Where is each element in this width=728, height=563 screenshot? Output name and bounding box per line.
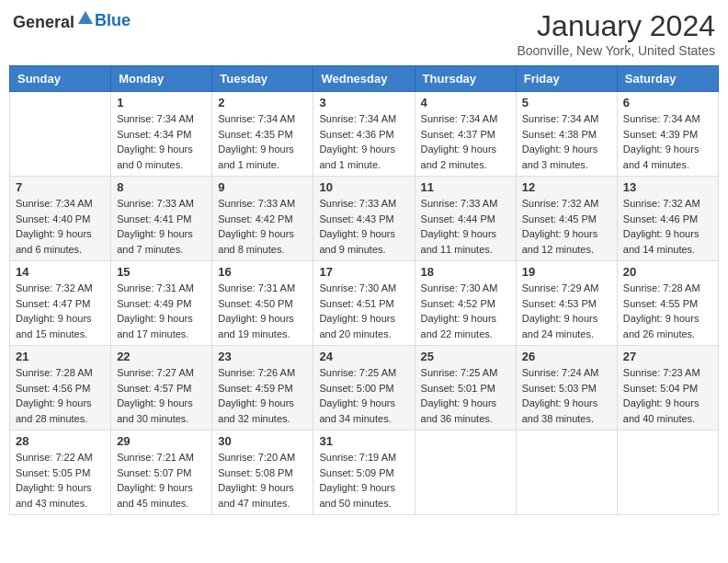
day-info: Sunrise: 7:34 AMSunset: 4:39 PMDaylight:… [623, 111, 712, 172]
calendar-week-row: 14Sunrise: 7:32 AMSunset: 4:47 PMDayligh… [10, 261, 719, 346]
calendar-cell: 4Sunrise: 7:34 AMSunset: 4:37 PMDaylight… [415, 92, 516, 177]
day-info: Sunrise: 7:33 AMSunset: 4:41 PMDaylight:… [117, 196, 206, 257]
calendar-cell: 27Sunrise: 7:23 AMSunset: 5:04 PMDayligh… [617, 346, 718, 431]
day-info: Sunrise: 7:33 AMSunset: 4:44 PMDaylight:… [421, 196, 510, 257]
day-number: 6 [623, 96, 712, 109]
calendar-cell: 25Sunrise: 7:25 AMSunset: 5:01 PMDayligh… [415, 346, 516, 431]
calendar-cell: 11Sunrise: 7:33 AMSunset: 4:44 PMDayligh… [415, 177, 516, 261]
day-info: Sunrise: 7:33 AMSunset: 4:42 PMDaylight:… [218, 196, 307, 257]
day-info: Sunrise: 7:22 AMSunset: 5:05 PMDaylight:… [16, 450, 105, 511]
calendar-cell: 31Sunrise: 7:19 AMSunset: 5:09 PMDayligh… [313, 431, 415, 515]
calendar-cell: 8Sunrise: 7:33 AMSunset: 4:41 PMDaylight… [111, 177, 212, 261]
day-number: 18 [421, 265, 510, 279]
calendar-header-row: SundayMondayTuesdayWednesdayThursdayFrid… [10, 66, 719, 92]
day-info: Sunrise: 7:30 AMSunset: 4:52 PMDaylight:… [421, 281, 510, 341]
logo: General Blue [13, 9, 131, 32]
calendar-cell: 16Sunrise: 7:31 AMSunset: 4:50 PMDayligh… [212, 261, 313, 346]
calendar-cell: 30Sunrise: 7:20 AMSunset: 5:08 PMDayligh… [212, 431, 313, 515]
day-number: 26 [522, 350, 611, 363]
day-info: Sunrise: 7:32 AMSunset: 4:47 PMDaylight:… [16, 281, 105, 341]
calendar-cell: 19Sunrise: 7:29 AMSunset: 4:53 PMDayligh… [516, 261, 617, 346]
day-info: Sunrise: 7:26 AMSunset: 4:59 PMDaylight:… [218, 365, 307, 426]
day-number: 9 [218, 180, 307, 194]
day-number: 8 [117, 180, 206, 194]
calendar-cell [617, 431, 718, 515]
calendar-table: SundayMondayTuesdayWednesdayThursdayFrid… [9, 65, 719, 515]
day-info: Sunrise: 7:33 AMSunset: 4:43 PMDaylight:… [319, 196, 408, 257]
calendar-cell: 12Sunrise: 7:32 AMSunset: 4:45 PMDayligh… [516, 177, 617, 261]
calendar-cell: 29Sunrise: 7:21 AMSunset: 5:07 PMDayligh… [111, 431, 212, 515]
day-info: Sunrise: 7:34 AMSunset: 4:40 PMDaylight:… [16, 196, 105, 257]
calendar-cell: 22Sunrise: 7:27 AMSunset: 4:57 PMDayligh… [111, 346, 212, 431]
day-number: 12 [522, 180, 611, 194]
day-info: Sunrise: 7:30 AMSunset: 4:51 PMDaylight:… [319, 281, 408, 341]
day-info: Sunrise: 7:31 AMSunset: 4:50 PMDaylight:… [218, 281, 307, 341]
day-info: Sunrise: 7:19 AMSunset: 5:09 PMDaylight:… [319, 450, 408, 511]
calendar-cell: 2Sunrise: 7:34 AMSunset: 4:35 PMDaylight… [212, 92, 313, 177]
day-number: 27 [623, 350, 712, 363]
calendar-cell: 6Sunrise: 7:34 AMSunset: 4:39 PMDaylight… [617, 92, 718, 177]
day-info: Sunrise: 7:25 AMSunset: 5:01 PMDaylight:… [421, 365, 510, 426]
title-area: January 2024 Boonville, New York, United… [517, 9, 715, 58]
calendar-cell: 23Sunrise: 7:26 AMSunset: 4:59 PMDayligh… [212, 346, 313, 431]
day-info: Sunrise: 7:20 AMSunset: 5:08 PMDaylight:… [218, 450, 307, 511]
calendar-cell: 14Sunrise: 7:32 AMSunset: 4:47 PMDayligh… [10, 261, 111, 346]
location: Boonville, New York, United States [517, 43, 715, 58]
day-info: Sunrise: 7:34 AMSunset: 4:37 PMDaylight:… [421, 111, 510, 172]
calendar-cell: 1Sunrise: 7:34 AMSunset: 4:34 PMDaylight… [111, 92, 212, 177]
day-number: 10 [319, 180, 408, 194]
day-number: 7 [16, 180, 105, 194]
day-info: Sunrise: 7:29 AMSunset: 4:53 PMDaylight:… [522, 281, 611, 341]
calendar-week-row: 28Sunrise: 7:22 AMSunset: 5:05 PMDayligh… [10, 431, 719, 515]
day-number: 1 [117, 96, 206, 109]
calendar-body: 1Sunrise: 7:34 AMSunset: 4:34 PMDaylight… [10, 92, 719, 515]
calendar-cell: 17Sunrise: 7:30 AMSunset: 4:51 PMDayligh… [313, 261, 415, 346]
day-number: 19 [522, 265, 611, 279]
day-number: 30 [218, 434, 307, 448]
calendar-cell [10, 92, 111, 177]
day-number: 31 [319, 434, 408, 448]
calendar-cell [415, 431, 516, 515]
calendar-cell [516, 431, 617, 515]
calendar-week-row: 7Sunrise: 7:34 AMSunset: 4:40 PMDaylight… [10, 177, 719, 261]
day-number: 17 [319, 265, 408, 279]
day-info: Sunrise: 7:34 AMSunset: 4:35 PMDaylight:… [218, 111, 307, 172]
day-info: Sunrise: 7:34 AMSunset: 4:38 PMDaylight:… [522, 111, 611, 172]
logo-general-text: General [13, 13, 74, 31]
day-info: Sunrise: 7:32 AMSunset: 4:46 PMDaylight:… [623, 196, 712, 257]
day-info: Sunrise: 7:27 AMSunset: 4:57 PMDaylight:… [117, 365, 206, 426]
calendar-day-header: Wednesday [313, 66, 415, 92]
svg-marker-0 [78, 11, 93, 24]
day-info: Sunrise: 7:28 AMSunset: 4:56 PMDaylight:… [16, 365, 105, 426]
calendar-week-row: 21Sunrise: 7:28 AMSunset: 4:56 PMDayligh… [10, 346, 719, 431]
day-number: 25 [421, 350, 510, 363]
day-number: 21 [16, 350, 105, 363]
day-number: 24 [319, 350, 408, 363]
calendar-day-header: Friday [516, 66, 617, 92]
day-info: Sunrise: 7:32 AMSunset: 4:45 PMDaylight:… [522, 196, 611, 257]
day-number: 5 [522, 96, 611, 109]
day-number: 16 [218, 265, 307, 279]
day-number: 15 [117, 265, 206, 279]
day-info: Sunrise: 7:34 AMSunset: 4:34 PMDaylight:… [117, 111, 206, 172]
day-number: 2 [218, 96, 307, 109]
day-number: 3 [319, 96, 408, 109]
calendar-day-header: Tuesday [212, 66, 313, 92]
day-number: 28 [16, 434, 105, 448]
logo-icon [76, 9, 95, 28]
day-info: Sunrise: 7:23 AMSunset: 5:04 PMDaylight:… [623, 365, 712, 426]
calendar-cell: 5Sunrise: 7:34 AMSunset: 4:38 PMDaylight… [516, 92, 617, 177]
calendar-day-header: Thursday [415, 66, 516, 92]
day-number: 13 [623, 180, 712, 194]
day-info: Sunrise: 7:31 AMSunset: 4:49 PMDaylight:… [117, 281, 206, 341]
calendar-cell: 9Sunrise: 7:33 AMSunset: 4:42 PMDaylight… [212, 177, 313, 261]
day-info: Sunrise: 7:24 AMSunset: 5:03 PMDaylight:… [522, 365, 611, 426]
day-number: 23 [218, 350, 307, 363]
day-info: Sunrise: 7:28 AMSunset: 4:55 PMDaylight:… [623, 281, 712, 341]
calendar-cell: 26Sunrise: 7:24 AMSunset: 5:03 PMDayligh… [516, 346, 617, 431]
calendar-day-header: Sunday [10, 66, 111, 92]
day-number: 14 [16, 265, 105, 279]
calendar-day-header: Monday [111, 66, 212, 92]
header: General Blue January 2024 Boonville, New… [9, 9, 719, 58]
calendar-cell: 15Sunrise: 7:31 AMSunset: 4:49 PMDayligh… [111, 261, 212, 346]
